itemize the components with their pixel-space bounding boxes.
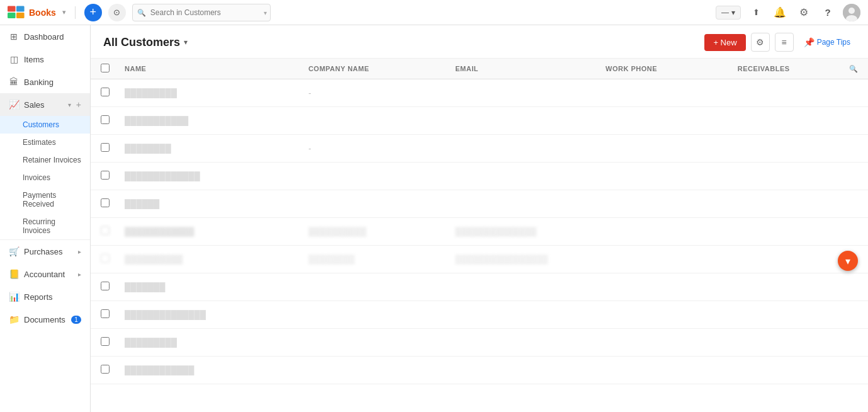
table-row[interactable]: ██████ <box>91 190 868 218</box>
page-tips-button[interactable]: 📌 Page Tips <box>799 35 855 50</box>
row-email: ████████████████ <box>448 246 598 273</box>
chevron-down-icon: ▾ <box>845 255 850 267</box>
floating-action-button[interactable]: ▾ <box>838 251 858 271</box>
search-dropdown-icon[interactable]: ▾ <box>264 9 267 16</box>
sidebar-item-items[interactable]: ◫ Items <box>0 48 90 71</box>
sidebar-sub-item-retainer-invoices[interactable]: Retainer Invoices <box>0 151 90 169</box>
banking-icon: 🏛 <box>9 77 19 87</box>
history-button[interactable]: ⊙ <box>108 4 126 21</box>
sidebar-sub-item-customers[interactable]: Customers <box>0 116 90 134</box>
row-checkbox[interactable] <box>101 226 110 235</box>
topbar-right: — ▾ ⬆ 🔔 ⚙ ? <box>716 4 860 21</box>
list-view-button[interactable]: ≡ <box>775 33 794 52</box>
sidebar-sub-item-estimates[interactable]: Estimates <box>0 134 90 151</box>
row-phone <box>598 329 730 357</box>
sales-subsection: Customers Estimates Retainer Invoices In… <box>0 116 90 239</box>
row-receivables <box>730 79 842 107</box>
row-checkbox[interactable] <box>101 143 110 152</box>
upgrade-button[interactable]: ⬆ <box>747 4 765 21</box>
table-search-header: 🔍 <box>842 59 869 79</box>
org-name: — <box>721 8 729 17</box>
sidebar-sub-item-payments-received[interactable]: Payments Received <box>0 186 90 213</box>
gear-icon: ⚙ <box>756 37 764 47</box>
sidebar-item-dashboard[interactable]: ⊞ Dashboard <box>0 25 90 48</box>
receivables-column-header: RECEIVABLES <box>730 59 842 79</box>
row-company <box>301 329 448 357</box>
content-header: All Customers ▾ + New ⚙ ≡ 📌 Page Tips <box>91 25 868 59</box>
row-checkbox[interactable] <box>101 115 110 124</box>
estimates-label: Estimates <box>23 138 56 147</box>
row-checkbox[interactable] <box>101 337 110 346</box>
dashboard-icon: ⊞ <box>9 31 19 42</box>
sidebar-item-accountant[interactable]: 📒 Accountant ▸ <box>0 263 90 285</box>
zoho-logo-icon <box>8 6 25 20</box>
app-logo[interactable]: Books <box>8 6 56 20</box>
row-company <box>301 107 448 135</box>
sales-icon: 📈 <box>9 100 19 110</box>
avatar[interactable] <box>843 4 860 21</box>
row-receivables <box>730 273 842 301</box>
app-chevron-icon[interactable]: ▾ <box>62 8 66 16</box>
sidebar-sub-item-recurring-invoices[interactable]: Recurring Invoices <box>0 213 90 239</box>
sidebar-item-banking[interactable]: 🏛 Banking <box>0 71 90 93</box>
table-search-icon[interactable]: 🔍 <box>849 65 859 72</box>
row-email <box>448 301 598 329</box>
table-row[interactable]: █████████████ <box>91 163 868 190</box>
table-row[interactable]: ███████████ <box>91 107 868 135</box>
sidebar-item-label: Purchases <box>24 247 73 256</box>
sidebar-item-sales[interactable]: 📈 Sales ▾ + <box>0 93 90 116</box>
pin-icon: 📌 <box>804 37 814 47</box>
table-row[interactable]: ████████████ ██████████ ██████████████ <box>91 218 868 246</box>
row-receivables <box>730 135 842 163</box>
row-name: ████████████ <box>117 218 301 246</box>
table-row[interactable]: ████████ - <box>91 135 868 163</box>
row-checkbox[interactable] <box>101 88 110 96</box>
add-button[interactable]: + <box>84 4 102 21</box>
sidebar-item-documents[interactable]: 📁 Documents 1 <box>0 308 90 331</box>
help-button[interactable]: ? <box>819 4 837 21</box>
table-body: █████████ - ███████████ <box>91 79 868 384</box>
sidebar: ⊞ Dashboard ◫ Items 🏛 Banking 📈 Sales ▾ … <box>0 25 91 412</box>
row-phone <box>598 273 730 301</box>
row-checkbox[interactable] <box>101 282 110 290</box>
title-dropdown-icon[interactable]: ▾ <box>184 38 188 47</box>
items-icon: ◫ <box>9 54 19 64</box>
sidebar-item-label: Documents <box>24 315 66 324</box>
row-receivables <box>730 329 842 357</box>
table-row[interactable]: ██████████████ <box>91 301 868 329</box>
new-button[interactable]: + New <box>704 34 745 51</box>
row-phone <box>598 163 730 190</box>
notifications-button[interactable]: 🔔 <box>771 4 789 21</box>
org-dropdown[interactable]: — ▾ <box>716 6 741 20</box>
settings-button[interactable]: ⚙ <box>795 4 813 21</box>
row-receivables <box>730 163 842 190</box>
row-checkbox[interactable] <box>101 365 110 374</box>
purchases-icon: 🛒 <box>9 246 19 256</box>
sales-plus-icon[interactable]: + <box>76 100 81 110</box>
row-checkbox[interactable] <box>101 254 110 263</box>
row-checkbox[interactable] <box>101 198 110 207</box>
table-row[interactable]: ██████████ ████████ ████████████████ <box>91 246 868 273</box>
documents-icon: 📁 <box>9 314 19 324</box>
table-row[interactable]: █████████ <box>91 329 868 357</box>
documents-badge: 1 <box>71 316 81 324</box>
select-all-checkbox[interactable] <box>101 64 110 72</box>
table-row[interactable]: ███████ <box>91 273 868 301</box>
row-email <box>448 79 598 107</box>
sidebar-item-reports[interactable]: 📊 Reports <box>0 285 90 308</box>
sales-chevron-icon: ▾ <box>68 101 71 108</box>
reports-icon: 📊 <box>9 292 19 302</box>
list-icon: ≡ <box>782 37 787 47</box>
row-checkbox[interactable] <box>101 171 110 180</box>
table-row[interactable]: █████████ - <box>91 79 868 107</box>
row-checkbox[interactable] <box>101 309 110 318</box>
settings-icon-button[interactable]: ⚙ <box>751 33 770 52</box>
svg-rect-3 <box>16 13 25 18</box>
row-email <box>448 163 598 190</box>
table-row[interactable]: ████████████ <box>91 357 868 384</box>
search-input[interactable] <box>132 4 271 21</box>
sidebar-sub-item-invoices[interactable]: Invoices <box>0 169 90 186</box>
email-column-header: EMAIL <box>448 59 598 79</box>
sidebar-item-purchases[interactable]: 🛒 Purchases ▸ <box>0 239 90 263</box>
row-email <box>448 357 598 384</box>
